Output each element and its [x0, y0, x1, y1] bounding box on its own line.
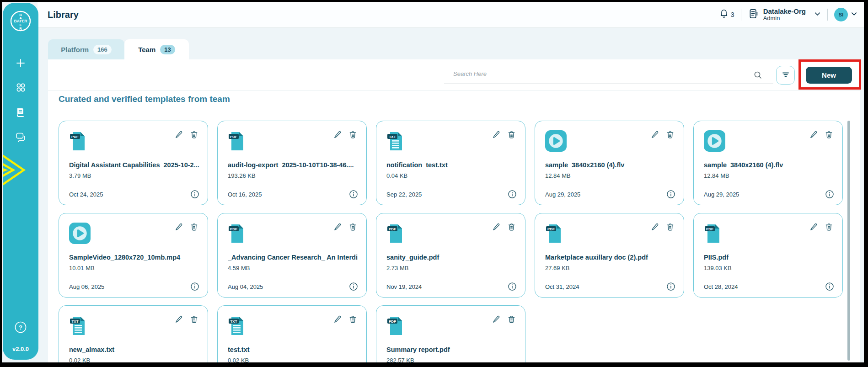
- plus-icon[interactable]: [15, 58, 26, 69]
- delete-trash-icon[interactable]: [825, 223, 833, 246]
- notifications-button[interactable]: 3: [719, 9, 734, 21]
- file-date: Oct 28, 2024: [704, 283, 738, 290]
- edit-pencil-icon[interactable]: [651, 223, 659, 246]
- file-card[interactable]: TXT notification_test.txt 0.04 KB: [376, 121, 525, 205]
- file-cards-grid: PDF Digital Assistant Capabilities_2025-…: [59, 121, 854, 362]
- edit-pencil-icon[interactable]: [492, 130, 501, 154]
- file-title: sanity_guide.pdf: [386, 254, 517, 261]
- file-size: 4.59 MB: [228, 265, 250, 271]
- file-size: 0.02 KB: [69, 357, 90, 362]
- delete-trash-icon[interactable]: [507, 223, 516, 246]
- divider: [827, 9, 828, 21]
- info-icon[interactable]: [825, 190, 834, 199]
- txt-file-icon: TXT: [69, 315, 87, 339]
- file-card[interactable]: PDF PIIS.pdf 139.03 KB Oct 28,: [693, 213, 843, 298]
- info-icon[interactable]: [825, 282, 834, 291]
- file-card[interactable]: PDF Digital Assistant Capabilities_2025-…: [59, 121, 208, 205]
- edit-pencil-icon[interactable]: [651, 130, 659, 154]
- file-title: test.txt: [228, 346, 358, 353]
- file-date: Oct 16, 2025: [228, 191, 262, 198]
- pdf-file-icon: PDF: [545, 223, 563, 246]
- help-icon[interactable]: ?: [14, 320, 27, 334]
- tab-platform[interactable]: Platform 166: [48, 39, 124, 59]
- info-icon[interactable]: [508, 282, 517, 291]
- edit-pencil-icon[interactable]: [175, 315, 183, 339]
- info-icon[interactable]: [349, 282, 358, 291]
- edit-pencil-icon[interactable]: [175, 130, 183, 154]
- edit-pencil-icon[interactable]: [333, 223, 342, 246]
- tab-label: Platform: [61, 46, 89, 53]
- delete-trash-icon[interactable]: [825, 130, 833, 154]
- filter-button[interactable]: [776, 66, 795, 85]
- svg-text:PDF: PDF: [706, 227, 713, 231]
- chevron-down-icon: [814, 11, 821, 19]
- delete-trash-icon[interactable]: [348, 223, 357, 246]
- edit-pencil-icon[interactable]: [492, 223, 501, 246]
- edit-pencil-icon[interactable]: [333, 130, 342, 154]
- file-card[interactable]: TXT new_almax.txt 0.02 KB: [59, 305, 208, 362]
- file-card[interactable]: PDF sanity_guide.pdf 2.73 MB N: [376, 213, 525, 298]
- grid-apps-icon[interactable]: [15, 82, 26, 93]
- file-date: Nov 19, 2024: [386, 283, 422, 290]
- file-card[interactable]: sample_3840x2160 (4).flv 12.84 MB Aug 29…: [693, 121, 843, 205]
- file-title: audit-log-export_2025-10-10T10-38-46....: [228, 161, 358, 169]
- tab-count-badge: 166: [93, 45, 112, 54]
- file-card[interactable]: sample_3840x2160 (4).flv 12.84 MB Aug 29…: [535, 121, 684, 205]
- delete-trash-icon[interactable]: [666, 223, 675, 246]
- delete-trash-icon[interactable]: [348, 315, 357, 339]
- file-size: 12.84 MB: [704, 172, 729, 179]
- file-date: Aug 29, 2025: [545, 191, 580, 198]
- delete-trash-icon[interactable]: [190, 315, 198, 339]
- delete-trash-icon[interactable]: [666, 130, 675, 154]
- delete-trash-icon[interactable]: [190, 130, 198, 154]
- file-size: 139.03 KB: [704, 265, 732, 271]
- edit-pencil-icon[interactable]: [175, 223, 183, 246]
- file-card[interactable]: PDF Summary report.pdf 282.57 KB: [376, 305, 525, 362]
- info-icon[interactable]: [666, 190, 675, 199]
- file-size: 0.04 KB: [386, 172, 407, 179]
- divider: [741, 9, 741, 21]
- section-title: Curated and verified templates from team: [59, 94, 230, 104]
- pdf-file-icon: PDF: [69, 130, 87, 154]
- file-card[interactable]: SampleVideo_1280x720_10mb.mp4 10.01 MB A…: [59, 213, 208, 298]
- file-card[interactable]: PDF Marketplace auxillary doc (2).pdf 27…: [535, 213, 684, 298]
- info-icon[interactable]: [666, 282, 675, 291]
- file-card[interactable]: PDF audit-log-export_2025-10-10T10-38-46…: [217, 121, 367, 205]
- info-icon[interactable]: [349, 190, 358, 199]
- edit-pencil-icon[interactable]: [333, 315, 342, 339]
- video-file-icon: [704, 130, 725, 154]
- delete-trash-icon[interactable]: [507, 130, 516, 154]
- video-file-icon: [545, 130, 567, 154]
- pdf-file-icon: PDF: [228, 223, 246, 246]
- info-icon[interactable]: [190, 190, 199, 199]
- user-menu[interactable]: SI: [834, 8, 857, 21]
- info-icon[interactable]: [190, 282, 199, 291]
- edit-pencil-icon[interactable]: [492, 315, 501, 339]
- edit-pencil-icon[interactable]: [809, 223, 818, 246]
- search-icon[interactable]: [753, 70, 762, 81]
- scrollbar-thumb[interactable]: [847, 121, 850, 361]
- chat-icon[interactable]: [15, 131, 27, 143]
- tab-team[interactable]: Team 13: [124, 39, 189, 59]
- edit-pencil-icon[interactable]: [809, 130, 818, 154]
- file-date: Oct 31, 2024: [545, 283, 579, 290]
- delete-trash-icon[interactable]: [348, 130, 357, 154]
- organization-icon: [748, 8, 760, 21]
- app-viewport: BAYER B A E R: [2, 2, 864, 362]
- file-date: Aug 06, 2025: [69, 283, 104, 290]
- info-icon[interactable]: [508, 190, 517, 199]
- org-name: Datalake-Org: [763, 7, 806, 15]
- delete-trash-icon[interactable]: [190, 223, 198, 246]
- library-book-icon[interactable]: [15, 107, 26, 118]
- search-input[interactable]: [444, 67, 773, 84]
- org-selector[interactable]: Datalake-Org Admin: [748, 7, 821, 22]
- svg-text:PDF: PDF: [230, 227, 237, 231]
- file-title: PIIS.pdf: [704, 254, 834, 261]
- app-screen: BAYER B A E R: [0, 0, 868, 367]
- delete-trash-icon[interactable]: [507, 315, 516, 339]
- file-card[interactable]: PDF _Advancing Cancer Research_ An Inter…: [217, 213, 367, 298]
- file-card[interactable]: TXT test.txt 0.02 KB: [217, 305, 367, 362]
- chevron-down-icon: [851, 11, 857, 19]
- new-button[interactable]: New: [806, 67, 852, 84]
- svg-text:TXT: TXT: [71, 319, 78, 324]
